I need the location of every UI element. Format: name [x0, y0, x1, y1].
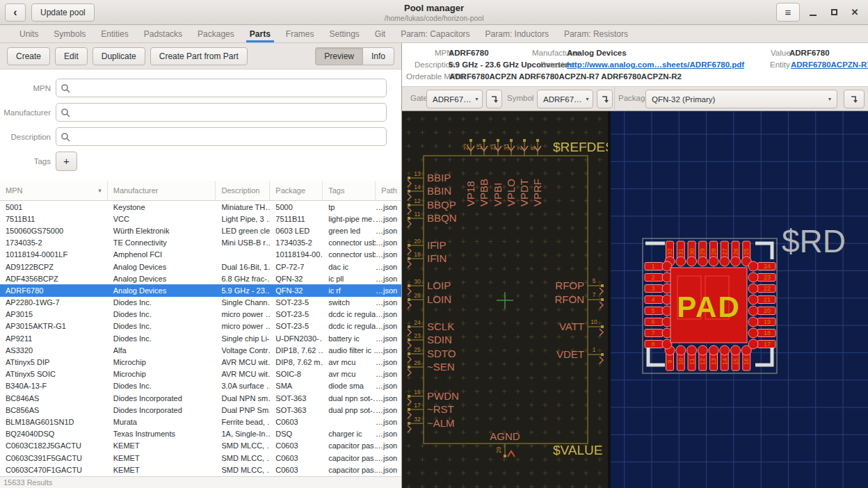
column-header-mpn[interactable]: MPN▾	[0, 181, 108, 200]
tab-units[interactable]: Units	[12, 25, 46, 42]
tab-symbols[interactable]: Symbols	[46, 25, 93, 42]
close-button[interactable]: ✕	[844, 2, 865, 23]
cell: KEMET	[108, 454, 216, 462]
symbol-dropdown[interactable]: ADRF67… ▾	[537, 90, 593, 108]
table-row[interactable]: BC856ASDiodes IncorporatedDual PNP Sm…SO…	[0, 404, 401, 416]
mpn-search-entry[interactable]	[56, 79, 387, 97]
svg-text:24: 24	[414, 319, 421, 326]
goto-gate-button[interactable]	[486, 90, 502, 108]
cell: light-pipe me…	[323, 215, 376, 223]
maximize-button[interactable]	[823, 2, 844, 23]
tab-param-capacitors[interactable]: Param: Capacitors	[393, 25, 477, 42]
table-row[interactable]: ADRF6780Analog Devices5.9 GHz - 23.…QFN-…	[0, 284, 401, 296]
datasheet-link[interactable]: http://www.analog.com…sheets/ADRF6780.pd…	[567, 60, 744, 69]
table-row[interactable]: 10118194-0001LFAmphenol FCI10118194-00…c…	[0, 249, 401, 261]
package-dropdown[interactable]: QFN-32 (Primary) ▾	[645, 90, 837, 108]
tab-padstacks[interactable]: Padstacks	[136, 25, 190, 42]
cell: capacitor pas…	[323, 454, 376, 462]
info-toggle-button[interactable]: Info	[362, 47, 394, 65]
description-search-input[interactable]	[74, 132, 382, 142]
table-row[interactable]: BLM18AG601SN1DMurataFerrite bead, …C0603…	[0, 416, 401, 428]
table-row[interactable]: ATtinyx5 SOICMicrochipAVR MCU wit…SOIC-8…	[0, 368, 401, 380]
table-row[interactable]: C0603C470F1GACTUKEMETSMD MLCC, …C0603cap…	[0, 464, 401, 475]
symbol-canvas[interactable]: 13BBIP14BBIN12BBQP11BBQN20IFIP18IFIN30LO…	[402, 111, 608, 488]
cell: …json	[376, 370, 401, 378]
table-row[interactable]: ADF4356BCPZAnalog Devices6.8 GHz frac-…Q…	[0, 273, 401, 284]
table-row[interactable]: BQ24040DSQTexas Instruments1A, Single-In…	[0, 428, 401, 440]
svg-text:14: 14	[721, 358, 728, 365]
cell: Light Pipe, 3 …	[216, 215, 270, 223]
tab-param-inductors[interactable]: Param: Inductors	[478, 25, 556, 42]
table-row[interactable]: AS3320AlfaVoltage Contr…DIP18, 7.62 …aud…	[0, 344, 401, 356]
table-row[interactable]: 7511B11VCCLight Pipe, 3 …7511B11light-pi…	[0, 213, 401, 225]
update-pool-button[interactable]: Update pool	[31, 3, 95, 22]
column-header-manufacturer[interactable]: Manufacturer	[108, 181, 216, 200]
cell: micro power …	[216, 322, 270, 330]
gate-label: Gate	[410, 94, 428, 102]
table-row[interactable]: B340A-13-FDiodes Inc.3.0A surface …SMAdi…	[0, 380, 401, 392]
svg-text:31: 31	[677, 248, 684, 255]
back-button[interactable]: ‹	[5, 3, 26, 22]
minimize-button[interactable]	[803, 2, 823, 23]
table-row[interactable]: ATtinyx5 DIPMicrochipAVR MCU wit…DIP8, 7…	[0, 356, 401, 368]
manufacturer-search-input[interactable]	[74, 108, 382, 117]
svg-text:13: 13	[414, 170, 421, 177]
goto-icon	[490, 95, 499, 104]
add-tag-button[interactable]: +	[56, 152, 77, 171]
gate-dropdown[interactable]: ADRF67… ▾	[426, 90, 483, 108]
table-row[interactable]: AP3015AKTR-G1Diodes Inc.micro power …SOT…	[0, 320, 401, 332]
parts-pane: Create Edit Duplicate Create Part from P…	[0, 43, 402, 488]
cell: AP2280-1WG-7	[0, 298, 108, 307]
entity-link[interactable]: ADRF6780ACPZN-R7	[791, 60, 868, 69]
table-row[interactable]: 5001KeystoneMiniature TH…5000tp…json	[0, 201, 401, 213]
goto-icon	[850, 95, 858, 104]
cell: 150060GS75000	[0, 227, 108, 235]
mpn-search-input[interactable]	[74, 83, 382, 93]
tab-git[interactable]: Git	[367, 25, 393, 42]
tab-param-resistors[interactable]: Param: Resistors	[556, 25, 636, 42]
tab-settings[interactable]: Settings	[321, 25, 367, 42]
svg-text:29: 29	[699, 248, 706, 255]
table-row[interactable]: C0603C391F5GACTUKEMETSMD MLCC, …C0603cap…	[0, 452, 401, 464]
table-row[interactable]: AP2280-1WG-7Diodes Inc.Single Chann…SOT-…	[0, 297, 401, 309]
table-row[interactable]: BC846ASDiodes IncorporatedDual NPN sm…SO…	[0, 392, 401, 404]
tab-frames[interactable]: Frames	[278, 25, 322, 42]
table-row[interactable]: AD9122BCPZAnalog DevicesDual 16-Bit, 1…C…	[0, 261, 401, 273]
svg-text:~RST: ~RST	[427, 403, 454, 415]
cell: BLM18AG601SN1D	[0, 418, 108, 426]
description-search-entry[interactable]	[56, 127, 387, 146]
package-canvas[interactable]: 3231302928272625910111213141516123456782…	[611, 111, 868, 488]
preview-toggle-button[interactable]: Preview	[315, 47, 362, 65]
cell: micro power …	[216, 310, 270, 318]
table-row[interactable]: AP3015Diodes Inc.micro power …SOT-23-5dc…	[0, 309, 401, 320]
goto-symbol-button[interactable]	[597, 90, 613, 108]
svg-text:SDIN: SDIN	[427, 334, 452, 345]
goto-package-button[interactable]	[844, 90, 865, 108]
column-header-tags[interactable]: Tags	[323, 181, 376, 200]
cell: 1734035-2	[0, 238, 108, 247]
tab-entities[interactable]: Entities	[93, 25, 136, 42]
cell: 5001	[0, 203, 108, 211]
table-row[interactable]: 1734035-2TE ConnectivityMini USB-B r…173…	[0, 237, 401, 249]
edit-button[interactable]: Edit	[55, 47, 88, 65]
svg-text:24: 24	[764, 263, 771, 270]
description-search-label: Description	[0, 133, 56, 141]
cell: …json	[376, 238, 401, 247]
duplicate-button[interactable]: Duplicate	[93, 47, 145, 65]
tab-packages[interactable]: Packages	[190, 25, 242, 42]
cell: SOIC-8	[270, 370, 323, 378]
table-row[interactable]: AP9211Diodes Inc.Single chip Li-…U-DFN20…	[0, 332, 401, 344]
cell: Diodes Inc.	[108, 298, 216, 307]
column-header-package[interactable]: Package	[270, 181, 323, 200]
table-row[interactable]: C0603C182J5GACTUKEMETSMD MLCC, …C0603cap…	[0, 440, 401, 452]
create-part-from-part-button[interactable]: Create Part from Part	[150, 47, 248, 65]
svg-text:22: 22	[463, 143, 469, 150]
column-header-description[interactable]: Description	[216, 181, 270, 200]
cell: KEMET	[108, 466, 216, 474]
tab-parts[interactable]: Parts	[242, 25, 278, 42]
column-header-path[interactable]: Path	[376, 181, 401, 200]
menu-button[interactable]: ≡	[776, 3, 800, 22]
create-button[interactable]: Create	[7, 47, 50, 65]
table-row[interactable]: 150060GS75000Würth ElektronikLED green c…	[0, 225, 401, 236]
manufacturer-search-entry[interactable]	[56, 103, 387, 122]
